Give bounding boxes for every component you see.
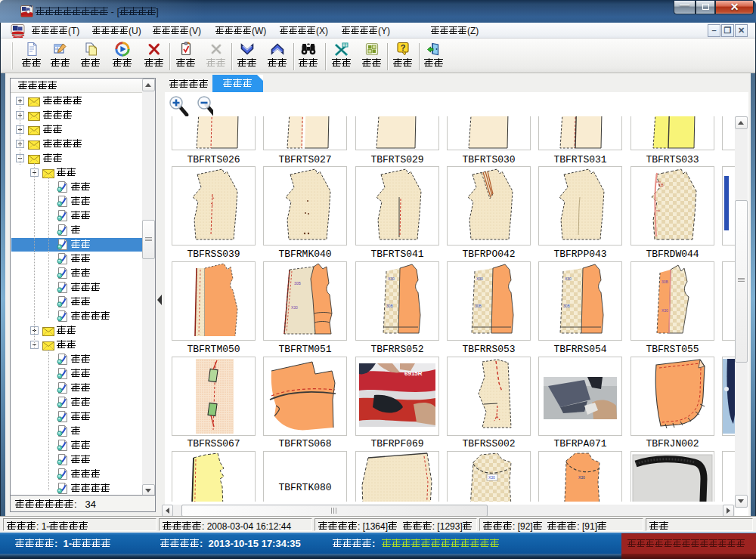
svg-text:X30: X30 — [291, 305, 298, 310]
svg-text:KB: KB — [658, 183, 664, 187]
svg-text:30B: 30B — [475, 304, 482, 308]
svg-text:30B: 30B — [563, 304, 571, 308]
svg-text:X30: X30 — [662, 308, 668, 313]
svg-text:X30: X30 — [476, 276, 483, 281]
svg-text:30B: 30B — [386, 304, 394, 308]
svg-text:X30: X30 — [388, 276, 395, 281]
svg-text:X30: X30 — [565, 276, 572, 281]
svg-text:6915R: 6915R — [404, 370, 423, 377]
svg-text:30B: 30B — [662, 280, 669, 284]
svg-text:30B: 30B — [294, 281, 302, 286]
svg-text:X30: X30 — [488, 475, 495, 480]
svg-text:X30: X30 — [578, 475, 585, 480]
svg-text:?: ? — [401, 43, 406, 52]
